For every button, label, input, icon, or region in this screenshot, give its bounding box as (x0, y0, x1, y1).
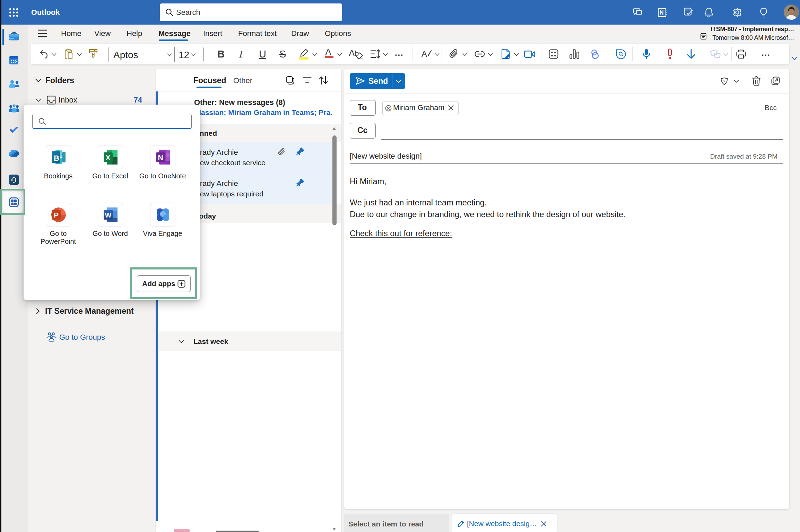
svg-text:N: N (158, 153, 163, 161)
svg-text:P: P (54, 211, 59, 219)
svg-text:W: W (105, 211, 112, 219)
svg-text:X: X (106, 153, 111, 161)
svg-text:B: B (54, 154, 59, 162)
svg-text:N: N (660, 10, 664, 16)
svg-text:A: A (421, 49, 427, 59)
svg-text:?: ? (723, 79, 725, 84)
